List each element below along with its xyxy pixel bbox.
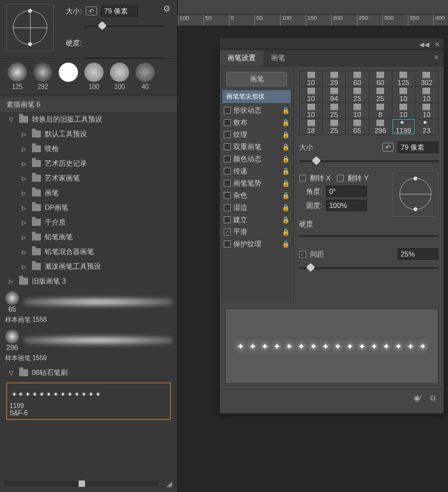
brush-tip-cell[interactable]: 25 [346, 87, 368, 102]
brush-tip-cell[interactable]: ✦23 [415, 119, 438, 134]
panel-scrollbar[interactable] [5, 479, 158, 488]
hardness-slider[interactable] [84, 54, 166, 63]
spacing-checkbox[interactable]: ✓ [299, 251, 306, 258]
brush-tree: 素描画笔 6 ▽转换后的旧版工具预设 ▷默认工具预设▷喷枪▷艺术历史记录▷艺术家… [0, 95, 177, 425]
tree-folder[interactable]: ▷铅笔画笔 [13, 230, 177, 244]
brush-option[interactable]: 形状动态🔒 [220, 104, 293, 116]
swatch[interactable] [56, 63, 81, 83]
flip-x-checkbox[interactable] [299, 175, 306, 182]
brush-tip-cell[interactable]: 65 [346, 119, 368, 134]
brush-option[interactable]: 保护纹理🔒 [220, 238, 293, 250]
tree-folder[interactable]: ▷喷枪 [13, 141, 177, 156]
brush-option[interactable]: 传递🔒 [220, 165, 293, 177]
preview-toggle-icon[interactable]: ◉⁄ [413, 393, 421, 402]
size-slider[interactable] [84, 22, 166, 31]
brush-tip-cell[interactable]: 10 [415, 103, 438, 118]
swatch[interactable]: 100 [107, 63, 132, 90]
brush-tip-cell[interactable]: 8 [369, 103, 392, 118]
size-slider[interactable] [299, 157, 438, 166]
tab-brushes[interactable]: 画笔 [263, 50, 293, 66]
swatch[interactable]: 100 [82, 63, 106, 90]
brush-option[interactable]: 杂色🔒 [220, 189, 293, 202]
tree-folder[interactable]: ▷画笔 [13, 186, 177, 200]
tree-folder[interactable]: ▷DP画笔 [13, 200, 177, 215]
brush-tip-shape[interactable]: 画笔笔尖形状 [222, 90, 291, 103]
spacing-input[interactable] [398, 248, 438, 260]
brush-option[interactable]: 颜色动态🔒 [220, 153, 293, 165]
tree-folder[interactable]: ▷旧版画笔 3 [0, 274, 177, 289]
brush-options-sidebar: 画笔 画笔笔尖形状 形状动态🔒散布🔒纹理🔒双重画笔🔒颜色动态🔒传递🔒画笔笔势🔒杂… [220, 67, 294, 303]
brush-tip-cell[interactable]: 60 [346, 71, 368, 86]
brush-option[interactable]: 散布🔒 [220, 116, 293, 129]
brush-tip-cell[interactable]: 10 [300, 71, 322, 86]
gear-icon[interactable]: ⚙ [163, 4, 171, 13]
panel-titlebar[interactable]: ◀◀ ✕ [219, 38, 444, 50]
brush-tip-cell[interactable]: 296 [369, 119, 392, 134]
angle-input[interactable] [326, 186, 367, 197]
brush-option[interactable]: 纹理🔒 [220, 129, 293, 141]
brush-sample[interactable]: 65 [0, 289, 177, 315]
tree-folder[interactable]: ▷艺术历史记录 [13, 156, 177, 171]
brush-tip-cell[interactable]: 60 [369, 71, 392, 86]
brush-tip-cell[interactable]: 125 [392, 71, 415, 86]
angle-control[interactable] [392, 171, 438, 217]
brush-tip-cell[interactable]: 25 [323, 103, 345, 118]
brush-tip-cell[interactable]: 302 [415, 71, 438, 86]
brush-tip-cell[interactable]: 10 [415, 87, 438, 102]
roundness-input[interactable] [326, 200, 367, 211]
brush-tip-cell[interactable]: 10 [300, 87, 322, 102]
brush-angle-preview[interactable] [6, 4, 54, 51]
resize-handle-icon[interactable]: ◢ [166, 479, 172, 488]
brush-tip-cell[interactable]: 94 [323, 87, 345, 102]
swatch[interactable]: 40 [133, 63, 157, 90]
brush-tip-cell[interactable]: ✦1199 [392, 119, 415, 134]
new-preset-icon[interactable]: ⧉ [430, 393, 436, 402]
tree-folder[interactable]: ▷干介质 [13, 215, 177, 230]
brush-option[interactable]: 双重画笔🔒 [220, 141, 293, 153]
angle-label: 角度: [299, 187, 322, 196]
flip-y-checkbox[interactable] [337, 175, 344, 182]
spacing-slider[interactable] [299, 264, 438, 273]
tree-folder[interactable]: ▷溅泼画笔工具预设 [13, 259, 177, 274]
brush-tip-cell[interactable]: 18 [300, 119, 322, 134]
size-input[interactable] [398, 141, 438, 153]
panel-footer: ◉⁄ ⧉ [220, 389, 444, 406]
roundness-label: 圆度: [299, 201, 322, 210]
tree-folder[interactable]: ▷艺术家画笔 [13, 171, 177, 186]
tree-folder[interactable]: ▽转换后的旧版工具预设 [0, 112, 177, 127]
tab-brush-settings[interactable]: 画笔设置 [220, 50, 263, 66]
brush-tip-cell[interactable]: 29 [323, 71, 345, 86]
hardness-label: 硬度 [299, 219, 313, 229]
close-icon[interactable]: ✕ [435, 41, 440, 48]
swatch[interactable]: 292 [31, 63, 55, 90]
brush-option[interactable]: 湿边🔒 [220, 202, 293, 214]
selected-brush[interactable]: ✦✦✦✦✦✦✦✦✦✦✦✦✦ 1199 S&F-6 [6, 383, 171, 420]
brush-sample[interactable]: 296 [0, 327, 177, 354]
tree-folder[interactable]: ▷默认工具预设 [13, 127, 177, 141]
tree-group-title[interactable]: 素描画笔 6 [0, 97, 177, 112]
swatch[interactable]: 125 [5, 63, 29, 90]
panel-menu-icon[interactable]: ≡ [429, 50, 444, 66]
brush-option[interactable]: ✓平滑🔒 [220, 226, 293, 238]
brush-tip-cell[interactable]: 10 [346, 103, 368, 118]
brush-settings-panel: 画笔设置 画笔 ≡ 画笔 画笔笔尖形状 形状动态🔒散布🔒纹理🔒双重画笔🔒颜色动态… [219, 49, 444, 414]
brush-button[interactable]: 画笔 [226, 72, 287, 86]
hardness-slider [299, 232, 438, 241]
brush-option[interactable]: 画笔笔势🔒 [220, 177, 293, 189]
reset-icon[interactable]: ↶ [382, 143, 394, 152]
brush-tip-cell[interactable]: 25 [369, 87, 392, 102]
brush-tip-cell[interactable]: 25 [323, 119, 345, 134]
brush-tip-cell[interactable]: 10 [392, 103, 415, 118]
brush-header: 大小: ↶ 硬度: ⚙ [0, 0, 177, 59]
document-tab-strip [178, 0, 448, 15]
size-input[interactable] [101, 5, 138, 17]
tree-folder[interactable]: ▷铅笔混合器画笔 [13, 244, 177, 259]
tree-folder[interactable]: ▽06钻石笔刷 [0, 365, 177, 380]
brush-tip-cell[interactable]: 10 [300, 103, 322, 118]
brush-settings: 大小: ↶ 硬度: [59, 4, 171, 54]
brush-option[interactable]: 建立🔒 [220, 214, 293, 226]
brush-picker-panel: 大小: ↶ 硬度: ⚙ 125 292 100 100 40 素描画笔 6 ▽转… [0, 0, 178, 492]
collapse-icon[interactable]: ◀◀ [419, 41, 429, 48]
reset-icon[interactable]: ↶ [86, 6, 97, 15]
brush-tip-cell[interactable]: 10 [392, 87, 415, 102]
